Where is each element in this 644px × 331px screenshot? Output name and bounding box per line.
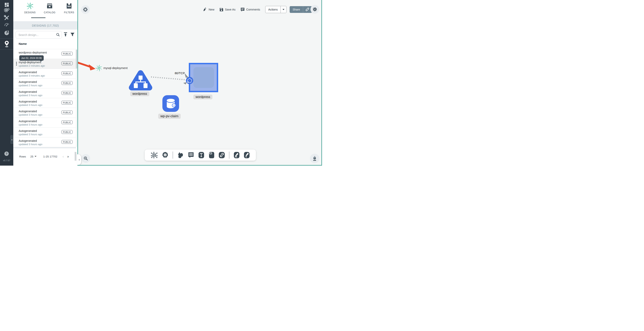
node-label-wp-pv-claim: wp-pv-claim [158,114,181,119]
panel-gap [13,147,76,148]
filters-wasm-icon: WA [60,2,78,10]
node-wordpress-deployment[interactable] [189,63,218,92]
design-list-row[interactable]: Autogeneratedupdated 3 hours agoPUBLIC [13,98,76,108]
node-label-wordpress-service: wordpress [130,91,149,96]
visibility-badge: PUBLIC [61,130,73,134]
design-list-row[interactable]: Autogeneratedupdated 3 hours agoPUBLIC [13,127,76,137]
sidebar-item-performance[interactable] [0,20,13,29]
svg-text:?: ? [173,104,175,107]
design-list-row[interactable]: Autogeneratedupdated 2 hours agoPUBLIC [13,78,76,88]
comments-label: Comments [246,8,260,11]
actions-split-button[interactable]: Actions [265,6,286,13]
design-name: mysql-deployment [19,61,41,64]
edge-label-leader [184,73,188,78]
shapes-tool-icon[interactable] [177,152,184,158]
text-tool-icon[interactable] [198,152,204,158]
tab-filters[interactable]: WA FILTERS [60,2,78,14]
cluster-flower-button[interactable] [81,5,90,14]
next-page-button[interactable]: › [67,154,68,159]
design-list-row[interactable]: Autogeneratedupdated 3 hours agoPUBLIC [13,118,76,127]
panel-scrollbar-thumb[interactable] [75,152,76,161]
settings-button[interactable] [310,5,319,14]
design-updated: updated 2 hours ago [19,84,42,87]
help-button[interactable]: ? [4,152,9,156]
doodle-pencil-tool-icon[interactable] [244,152,250,158]
panel-expand-chevron[interactable]: › [10,135,14,144]
tab-designs-label: DESIGNS [21,11,39,14]
list-scrollbar-thumb[interactable] [76,49,77,69]
save-as-button[interactable]: Save As [220,8,236,11]
new-button[interactable]: New [203,7,214,11]
share-split-button[interactable]: Share [290,6,312,13]
actions-label: Actions [266,8,280,11]
kanvas-pin-icon [4,40,10,48]
sidebar-item-extensions[interactable] [0,28,13,37]
design-list-row[interactable]: Autogeneratedupdated 3 hours agoPUBLIC [13,137,76,147]
rectangle-tool-icon[interactable] [208,152,214,158]
design-list-row[interactable]: Autogeneratedupdated 3 minutes agoPUBLIC [13,69,76,78]
row-menu-icon[interactable] [16,62,17,66]
design-list-row[interactable]: Autogeneratedupdated 3 hours agoPUBLIC [13,88,76,98]
comments-button[interactable]: Comments [240,7,260,11]
zoom-in-button[interactable] [82,154,90,163]
node-wp-pv-claim[interactable]: ? [162,95,179,112]
design-canvas[interactable]: ? wordpress wordpress wp-pv-claim mysql-… [78,0,322,166]
tab-catalog-label: CATALOG [41,11,58,14]
search-box [16,31,62,39]
annotation-tool-icon[interactable] [188,152,194,158]
visibility-badge: PUBLIC [61,110,73,114]
save-as-label: Save As [225,8,236,11]
design-name: Autogenerated [19,120,37,123]
design-updated: updated 3 hours ago [19,113,42,116]
designs-count-header: DESIGNS (17,702) [13,21,78,29]
design-name: Autogenerated [19,71,37,74]
design-name: Autogenerated [19,100,37,103]
new-label: New [209,8,214,11]
component-tool-icon[interactable] [151,152,158,158]
tab-catalog[interactable]: CATALOG [41,2,58,14]
pen-nib-icon [312,156,317,161]
rows-per-page-caret-icon[interactable] [34,156,36,158]
actions-dropdown-arrow[interactable] [280,6,286,13]
active-tab-underline [31,17,46,18]
visibility-badge: PUBLIC [61,101,73,104]
service-edge[interactable] [151,77,185,80]
visibility-badge: PUBLIC [61,81,73,85]
search-input[interactable] [18,31,54,38]
mysql-design-icon[interactable] [95,64,102,72]
pen-mode-button[interactable] [310,154,320,163]
service-port-badge[interactable] [186,77,193,84]
design-updated: updated 2 minutes ago [19,64,45,67]
lifecycle-gears-icon [4,7,10,13]
prev-page-button[interactable]: ‹ [62,154,64,159]
red-pointer-arrow [78,62,96,70]
link-tool-icon[interactable] [218,152,225,158]
design-name: wordpress-deployment [19,51,47,54]
rows-per-page-value[interactable]: 25 [30,155,33,158]
new-pencil-icon [203,7,207,11]
filter-funnel-icon[interactable] [70,32,75,37]
app-version: v0.7.67 [0,159,13,162]
design-name: Autogenerated [19,139,37,142]
catalog-drawer-icon [41,2,58,10]
kubernetes-tool-icon[interactable] [162,152,168,158]
design-list-row[interactable]: Autogeneratedupdated 3 hours agoPUBLIC [13,108,76,118]
gear-icon [312,7,317,12]
edit-pen-tool-icon[interactable] [234,152,240,158]
meshery-spiral-icon [21,2,39,10]
import-design-icon[interactable] [63,32,68,37]
node-wordpress-service[interactable] [132,73,150,88]
panel-collapse-handle[interactable]: ‹ [77,154,81,165]
rows-per-page-label: Rows [19,155,26,158]
updated-date-tooltip: Jun 02, 2024 00:06 [19,55,44,61]
visibility-badge: PUBLIC [61,120,73,124]
search-icon[interactable] [56,33,60,37]
designs-list: wordpress-deploymentPUBLICmysql-deployme… [13,49,76,147]
sidebar-item-kanvas[interactable] [0,40,13,48]
visibility-badge: PUBLIC [61,52,73,55]
canvas-top-toolbar: New Save As Comments Actions Share [203,5,317,14]
tab-designs[interactable]: DESIGNS [21,2,39,14]
column-header-name[interactable]: Name [19,42,27,45]
design-name: Autogenerated [19,129,37,132]
pagination-bar: Rows 25 1-25 17702 ‹ › [13,148,78,166]
